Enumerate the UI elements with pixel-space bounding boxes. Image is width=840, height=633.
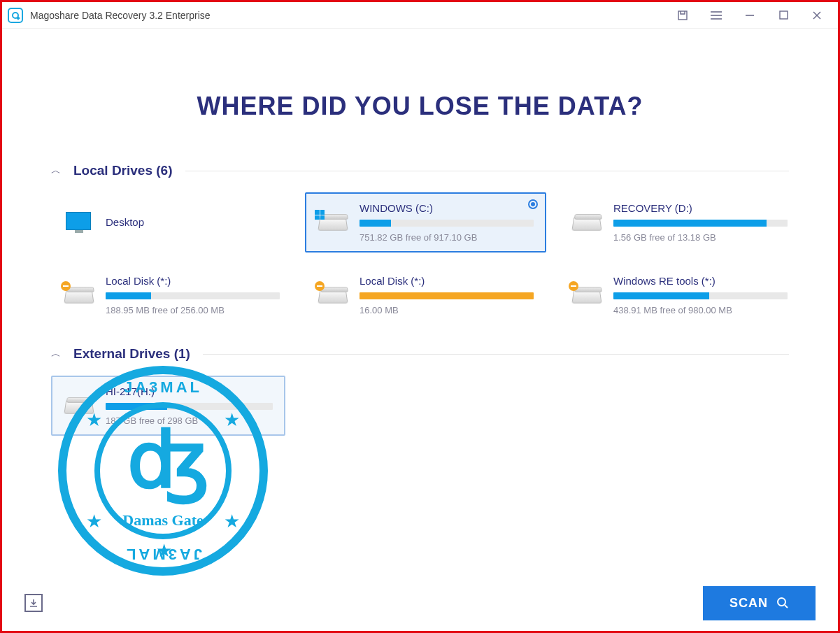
main-content: WHERE DID YOU LOSE THE DATA? ︿ Local Dri… [2,29,838,436]
svg-line-9 [785,605,788,608]
drive-label: Local Disk (*:) [106,275,280,287]
scan-button[interactable]: SCAN [703,586,816,620]
titlebar: Magoshare Data Recovery 3.2 Enterprise [2,2,838,29]
close-button[interactable] [810,8,824,22]
chevron-up-icon: ︿ [51,348,61,360]
usage-bar [613,220,788,227]
usage-bar [106,292,280,299]
import-button[interactable] [24,594,43,612]
save-icon[interactable] [676,8,690,22]
monitor-icon [64,210,94,235]
drive-external-h[interactable]: HI-217(H:) 187 GB free of 298 GB [51,376,285,436]
minimize-button[interactable] [743,8,757,22]
menu-icon[interactable] [709,8,723,22]
chevron-up-icon: ︿ [51,164,61,177]
page-title: WHERE DID YOU LOSE THE DATA? [51,92,789,121]
app-window: Magoshare Data Recovery 3.2 Enterprise W… [0,0,840,633]
usage-bar [613,292,788,299]
drive-local-2[interactable]: Local Disk (*:) 16.00 MB [305,265,546,325]
warning-badge-icon [569,281,578,291]
windows-badge-icon [315,210,325,220]
local-drives-grid: Desktop WINDOWS (C:) 751.82 GB free of 9… [51,192,789,325]
drive-label: WINDOWS (C:) [360,202,534,214]
svg-rect-0 [678,11,687,20]
scan-label: SCAN [729,596,768,611]
drive-windows-c[interactable]: WINDOWS (C:) 751.82 GB free of 917.10 GB [305,192,546,253]
app-title: Magoshare Data Recovery 3.2 Enterprise [30,10,676,21]
usage-bar [360,292,534,299]
drive-label: Desktop [106,216,280,228]
hdd-icon [64,393,94,418]
footer: SCAN [2,575,838,631]
local-drives-title: Local Drives (6) [73,163,173,178]
drive-stat: 438.91 MB free of 980.00 MB [613,305,788,315]
app-logo-icon [8,8,23,23]
external-drives-header[interactable]: ︿ External Drives (1) [51,346,789,362]
svg-rect-5 [780,11,788,19]
local-drives-section: ︿ Local Drives (6) Desktop [51,163,789,325]
hdd-icon [64,283,94,308]
selected-radio-icon [528,199,538,209]
drive-recovery-d[interactable]: RECOVERY (D:) 1.56 GB free of 13.18 GB [559,192,800,253]
drive-desktop[interactable]: Desktop [51,192,292,253]
drive-stat: 16.00 MB [360,305,534,315]
external-drives-title: External Drives (1) [73,346,190,362]
local-drives-header[interactable]: ︿ Local Drives (6) [51,163,789,178]
external-drives-section: ︿ External Drives (1) HI-217(H:) 187 GB … [51,346,789,436]
svg-point-8 [778,598,785,606]
drive-label: RECOVERY (D:) [613,202,788,214]
window-controls [676,8,832,22]
drive-windows-re[interactable]: Windows RE tools (*:) 438.91 MB free of … [559,265,800,325]
hdd-icon [318,283,348,308]
external-drives-grid: HI-217(H:) 187 GB free of 298 GB [51,376,789,436]
hdd-icon [571,283,602,308]
drive-label: Local Disk (*:) [360,275,534,287]
drive-label: HI-217(H:) [106,385,273,397]
usage-bar [106,403,273,410]
hdd-icon [571,210,602,235]
drive-label: Windows RE tools (*:) [613,275,788,287]
warning-badge-icon [315,281,325,291]
drive-stat: 1.56 GB free of 13.18 GB [613,232,788,243]
drive-local-1[interactable]: Local Disk (*:) 188.95 MB free of 256.00… [51,265,292,325]
search-icon [776,597,789,609]
drive-stat: 751.82 GB free of 917.10 GB [360,232,534,243]
warning-badge-icon [61,281,71,291]
hdd-icon [318,210,348,235]
usage-bar [360,220,534,227]
drive-stat: 188.95 MB free of 256.00 MB [106,305,280,315]
maximize-button[interactable] [776,8,790,22]
drive-stat: 187 GB free of 298 GB [106,415,273,426]
